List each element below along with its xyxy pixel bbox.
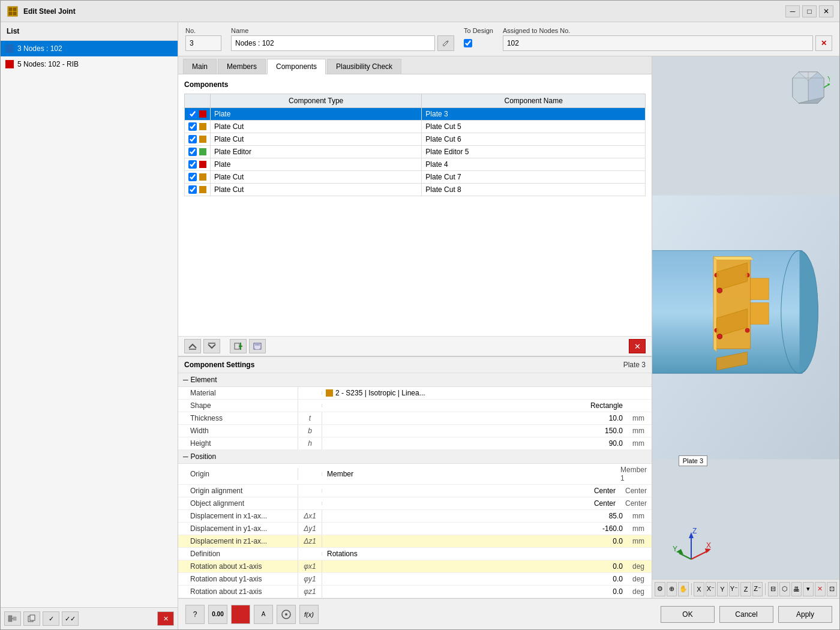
svg-rect-3	[9, 12, 12, 15]
vp-view-yneg-button[interactable]: Y⁻	[729, 582, 740, 596]
svg-point-42	[745, 328, 749, 332]
prop-value-height: 90.0	[322, 437, 628, 449]
position-group-header[interactable]: ─ Position	[178, 450, 652, 464]
row-checkbox[interactable]	[188, 135, 197, 143]
title-left: Edit Steel Joint	[7, 5, 76, 17]
bottom-right-buttons: OK Cancel Apply	[661, 606, 832, 623]
to-design-checkbox[interactable]	[464, 39, 472, 47]
table-row[interactable]: Plate Cut Plate Cut 5	[185, 121, 646, 133]
help-button[interactable]: ?	[185, 605, 205, 624]
table-row[interactable]: Plate Plate 3	[185, 108, 646, 121]
object-alignment-row: Object alignment Center Center	[178, 497, 652, 510]
svg-marker-37	[751, 278, 769, 300]
row-checkbox[interactable]	[188, 122, 197, 131]
name-cell: Plate Cut 8	[422, 184, 646, 196]
prop-unit-rot-x1: deg	[628, 560, 652, 572]
vp-view-x-button[interactable]: X	[694, 582, 704, 596]
value-button[interactable]: 0.00	[208, 605, 227, 624]
vp-divider	[765, 583, 766, 595]
list-item[interactable]: 3 Nodes : 102	[1, 41, 178, 56]
rot-y1-row: Rotation about y1-axis φy1 0.0 deg	[178, 573, 652, 586]
type-col-header: Component Type	[211, 94, 422, 108]
assigned-nodes-input[interactable]	[503, 35, 813, 51]
name-input[interactable]	[231, 35, 435, 51]
add-component-button[interactable]	[230, 339, 247, 353]
element-group-header[interactable]: ─ Element	[178, 373, 652, 387]
add-joint-button[interactable]	[4, 611, 21, 626]
vp-view-z-button[interactable]: Z	[740, 582, 751, 596]
view-button[interactable]	[277, 605, 296, 624]
prop-name-material: Material	[178, 387, 298, 399]
svg-rect-2	[13, 8, 16, 11]
name-label: Name	[231, 27, 454, 34]
svg-text:Z: Z	[692, 527, 697, 535]
tab-main[interactable]: Main	[183, 59, 217, 74]
delete-component-button[interactable]: ✕	[629, 339, 646, 353]
vp-view-y-button[interactable]: Y	[717, 582, 728, 596]
vp-3d-button[interactable]: ⬡	[779, 582, 790, 596]
type-cell: Plate Editor	[211, 146, 422, 158]
vp-print-dropdown[interactable]: ▾	[803, 582, 814, 596]
definition-row: Definition Rotations	[178, 548, 652, 560]
table-row[interactable]: Plate Plate 4	[185, 158, 646, 171]
prop-symbol-rot-x1: φx1	[298, 560, 322, 572]
svg-marker-38	[751, 303, 769, 325]
vp-view-xneg-button[interactable]: X⁻	[706, 582, 716, 596]
3d-viewport[interactable]: Y	[652, 56, 839, 598]
type-cell: Plate Cut	[211, 171, 422, 184]
prop-name-disp-x1: Displacement in x1-ax...	[178, 510, 298, 522]
vp-close-view-button[interactable]: ✕	[815, 582, 826, 596]
settings-header: Component Settings Plate 3	[178, 357, 652, 373]
row-checkbox[interactable]	[188, 110, 197, 118]
copy-button[interactable]	[23, 611, 40, 626]
prop-name-disp-z1: Displacement in z1-ax...	[178, 535, 298, 547]
vp-pan-button[interactable]: ✋	[678, 582, 689, 596]
vp-layers-button[interactable]: ⊟	[768, 582, 779, 596]
close-button[interactable]: ✕	[819, 5, 833, 17]
vp-zoom-button[interactable]: ⊕	[667, 582, 677, 596]
prop-name-thickness: Thickness	[178, 412, 298, 424]
table-row[interactable]: Plate Cut Plate Cut 8	[185, 184, 646, 196]
list-items: 3 Nodes : 102 5 Nodes: 102 - RIB	[1, 41, 178, 607]
text-button[interactable]: A	[254, 605, 273, 624]
ok-button[interactable]: OK	[661, 606, 715, 623]
color-button[interactable]	[231, 605, 250, 624]
list-item-label: 5 Nodes: 102 - RIB	[17, 60, 79, 68]
table-row[interactable]: Plate Cut Plate Cut 6	[185, 133, 646, 146]
svg-rect-4	[13, 12, 16, 15]
cancel-button[interactable]: Cancel	[719, 606, 773, 623]
vp-view-zneg-button[interactable]: Z⁻	[752, 582, 763, 596]
move-up-button[interactable]	[184, 339, 201, 353]
maximize-button[interactable]: □	[802, 5, 817, 17]
row-checkbox[interactable]	[188, 173, 197, 181]
table-row[interactable]: Plate Editor Plate Editor 5	[185, 146, 646, 158]
name-col-header: Component Name	[422, 94, 646, 108]
clear-nodes-button[interactable]: ✕	[815, 35, 832, 51]
tab-members[interactable]: Members	[218, 59, 266, 74]
row-checkbox[interactable]	[188, 160, 197, 169]
settings-component-name: Plate 3	[623, 361, 646, 369]
move-down-button[interactable]	[203, 339, 220, 353]
delete-button[interactable]: ✕	[157, 611, 174, 626]
type-color-orange	[199, 123, 206, 130]
edit-name-button[interactable]	[437, 35, 454, 51]
check-button[interactable]: ✓	[43, 611, 59, 626]
formula-button[interactable]: f(x)	[299, 605, 319, 624]
save-component-button[interactable]	[249, 339, 266, 353]
vp-expand-button[interactable]: ⊡	[827, 582, 838, 596]
prop-value-rot-z1: 0.0	[322, 586, 628, 598]
vp-print-button[interactable]: 🖶	[791, 582, 802, 596]
item-color-indicator	[5, 60, 14, 68]
table-row[interactable]: Plate Cut Plate Cut 7	[185, 171, 646, 184]
list-item[interactable]: 5 Nodes: 102 - RIB	[1, 56, 178, 72]
check-all-button[interactable]: ✓✓	[62, 611, 79, 626]
apply-button[interactable]: Apply	[778, 606, 832, 623]
height-row: Height h 90.0 mm	[178, 437, 652, 450]
vp-settings-button[interactable]: ⚙	[655, 582, 665, 596]
tab-components[interactable]: Components	[267, 59, 326, 74]
row-checkbox[interactable]	[188, 185, 197, 194]
tab-plausibility[interactable]: Plausibility Check	[327, 59, 401, 74]
row-checkbox[interactable]	[188, 148, 197, 156]
no-input[interactable]	[185, 35, 221, 51]
minimize-button[interactable]: ─	[785, 5, 800, 17]
